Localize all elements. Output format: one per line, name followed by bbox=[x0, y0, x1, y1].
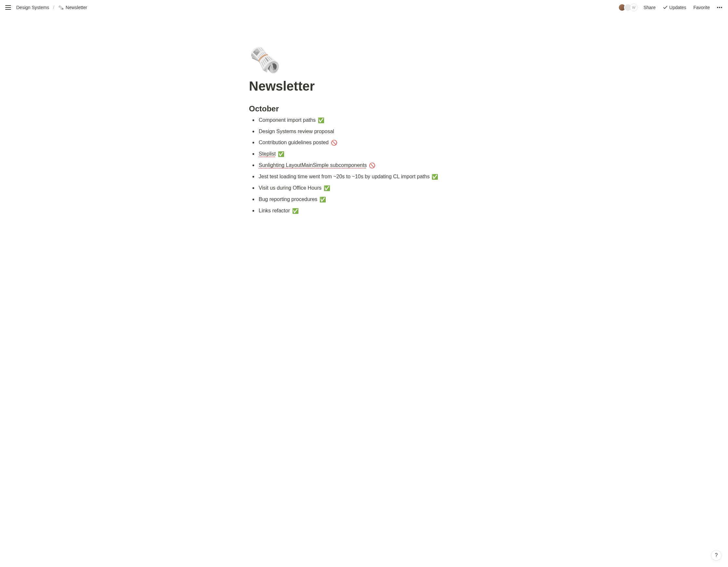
breadcrumb-parent[interactable]: Design Systems bbox=[14, 4, 51, 11]
breadcrumb-current[interactable]: 🗞️ Newsletter bbox=[56, 4, 89, 11]
list-item[interactable]: Visit us during Office Hours ✅ bbox=[250, 183, 479, 194]
favorite-label: Favorite bbox=[693, 5, 710, 10]
list-item-text: Links refactor bbox=[259, 208, 290, 213]
more-menu-icon[interactable] bbox=[716, 5, 723, 10]
page-title[interactable]: Newsletter bbox=[249, 78, 479, 94]
list-item[interactable]: Design Systems review proposal bbox=[250, 126, 479, 137]
list-item-text: Contribution guidelines posted bbox=[259, 140, 329, 145]
page-icon[interactable]: 🗞️ bbox=[249, 47, 274, 72]
topbar: Design Systems / 🗞️ Newsletter W Share U… bbox=[0, 0, 728, 15]
breadcrumb-parent-label: Design Systems bbox=[16, 5, 49, 10]
status-icon: ✅ bbox=[319, 197, 326, 202]
share-label: Share bbox=[643, 5, 656, 10]
status-icon: ✅ bbox=[292, 208, 299, 214]
list-item-text: Steplist bbox=[259, 151, 276, 157]
checkmark-icon bbox=[663, 5, 668, 10]
breadcrumbs: Design Systems / 🗞️ Newsletter bbox=[14, 4, 89, 11]
list-item-text: Bug reporting procedures bbox=[259, 197, 318, 202]
list-item-text: Visit us during Office Hours bbox=[259, 185, 321, 191]
share-button[interactable]: Share bbox=[642, 4, 657, 11]
favorite-button[interactable]: Favorite bbox=[692, 4, 711, 11]
help-label: ? bbox=[715, 552, 718, 558]
status-icon: ✅ bbox=[318, 118, 324, 123]
status-icon: ✅ bbox=[324, 186, 330, 191]
avatar[interactable]: W bbox=[630, 4, 638, 11]
breadcrumb-separator: / bbox=[53, 5, 54, 10]
topbar-right: W Share Updates Favorite bbox=[618, 4, 723, 11]
updates-button[interactable]: Updates bbox=[661, 4, 687, 11]
menu-toggle-icon[interactable] bbox=[5, 4, 12, 11]
newspaper-icon: 🗞️ bbox=[249, 45, 280, 74]
list-item-text: Component import paths bbox=[259, 117, 316, 123]
list-item[interactable]: Links refactor ✅ bbox=[250, 205, 479, 217]
presence-avatars[interactable]: W bbox=[618, 4, 638, 11]
status-icon: 🚫 bbox=[369, 163, 375, 168]
list-item-text: Jest test loading time went from ~20s to… bbox=[259, 174, 430, 179]
status-icon: 🚫 bbox=[331, 140, 337, 146]
list-item[interactable]: Steplist ✅ bbox=[250, 148, 479, 160]
bullet-list: Component import paths ✅Design Systems r… bbox=[249, 115, 479, 217]
list-item[interactable]: Component import paths ✅ bbox=[250, 115, 479, 126]
breadcrumb-current-label: Newsletter bbox=[66, 5, 87, 10]
newspaper-icon: 🗞️ bbox=[58, 5, 64, 10]
list-item[interactable]: Sunlighting LayoutMainSimple subcomponen… bbox=[250, 160, 479, 171]
help-button[interactable]: ? bbox=[711, 550, 721, 561]
section-heading[interactable]: October bbox=[249, 104, 479, 113]
topbar-left: Design Systems / 🗞️ Newsletter bbox=[5, 4, 89, 11]
page-content: 🗞️ Newsletter October Component import p… bbox=[249, 15, 479, 269]
list-item-text: Sunlighting LayoutMainSimple subcomponen… bbox=[259, 162, 367, 168]
updates-label: Updates bbox=[669, 5, 686, 10]
status-icon: ✅ bbox=[432, 174, 438, 180]
status-icon: ✅ bbox=[278, 151, 284, 157]
list-item[interactable]: Contribution guidelines posted 🚫 bbox=[250, 137, 479, 148]
avatar-initial: W bbox=[632, 6, 635, 9]
list-item-text: Design Systems review proposal bbox=[259, 129, 334, 134]
list-item[interactable]: Bug reporting procedures ✅ bbox=[250, 194, 479, 205]
list-item[interactable]: Jest test loading time went from ~20s to… bbox=[250, 171, 479, 183]
